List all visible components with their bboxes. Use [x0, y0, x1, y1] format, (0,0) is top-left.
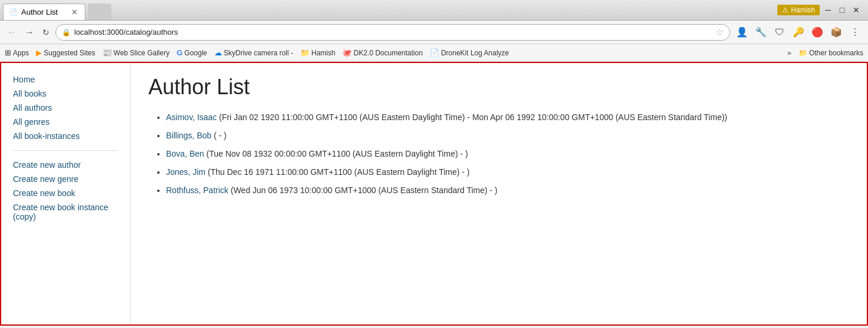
user-warning-icon: ⚠ [782, 6, 789, 14]
list-item: Bova, Ben (Tue Nov 08 1932 00:00:00 GMT+… [166, 148, 849, 160]
sidebar-item-all-book-instances[interactable]: All book-instances [1, 129, 130, 143]
extension-icon-2[interactable]: 🛡 [771, 24, 788, 41]
active-tab[interactable]: 📄 Author List ✕ [3, 4, 85, 20]
other-bookmarks-label: Other bookmarks [809, 49, 863, 57]
google-icon: G [177, 48, 183, 57]
address-bar-area: ← → ↻ 🔒 localhost:3000/catalog/authors ☆… [0, 21, 868, 44]
bookmarks-overflow-button[interactable]: » [787, 48, 791, 57]
user-name: Hamish [791, 6, 815, 14]
author-list: Asimov, Isaac (Fri Jan 02 1920 11:00:00 … [148, 111, 849, 197]
title-bar-controls: ⚠ Hamish ─ □ ✕ [777, 4, 862, 16]
toolbar-icons: 👤 🔧 🛡 🔑 🔴 📦 ⋮ [734, 24, 863, 41]
google-label: Google [184, 49, 207, 57]
back-button[interactable]: ← [5, 25, 19, 39]
author-dates-rothfuss: (Wed Jun 06 1973 10:00:00 GMT+1000 (AUS … [231, 185, 498, 195]
sidebar-create-book-instance[interactable]: Create new book instance (copy) [1, 200, 130, 224]
main-content: Author List Asimov, Isaac (Fri Jan 02 19… [131, 63, 867, 324]
suggested-label: Suggested Sites [44, 49, 95, 57]
list-item: Jones, Jim (Thu Dec 16 1971 11:00:00 GMT… [166, 166, 849, 178]
bookmark-suggested[interactable]: ▶ Suggested Sites [36, 48, 95, 57]
forward-button[interactable]: → [22, 25, 37, 39]
refresh-button[interactable]: ↻ [40, 28, 52, 37]
user-badge: ⚠ Hamish [777, 5, 820, 15]
maximize-button[interactable]: □ [836, 4, 848, 16]
sidebar-create-author[interactable]: Create new author [1, 158, 130, 172]
author-dates-bova: (Tue Nov 08 1932 00:00:00 GMT+1100 (AUS … [207, 149, 468, 158]
author-link-asimov[interactable]: Asimov, Isaac [166, 112, 217, 122]
skydrive-label: SkyDrive camera roll - [224, 49, 293, 57]
apps-label: Apps [13, 49, 29, 57]
profile-icon[interactable]: 👤 [734, 24, 750, 41]
bookmark-skydrive[interactable]: ☁ SkyDrive camera roll - [214, 48, 293, 57]
new-tab-placeholder[interactable] [88, 4, 111, 20]
author-link-billings[interactable]: Billings, Bob [166, 131, 211, 140]
hamish-label: Hamish [312, 49, 336, 57]
address-box[interactable]: 🔒 localhost:3000/catalog/authors ☆ [55, 24, 730, 41]
bookmark-star-icon[interactable]: ☆ [715, 26, 724, 38]
bookmark-apps[interactable]: ⊞ Apps [5, 48, 29, 57]
menu-button[interactable]: ⋮ [847, 24, 863, 41]
suggested-icon: ▶ [36, 48, 42, 57]
minimize-button[interactable]: ─ [822, 4, 834, 16]
bookmark-webslice[interactable]: 📰 Web Slice Gallery [102, 48, 170, 57]
extension-icon-1[interactable]: 🔧 [753, 24, 769, 41]
list-item: Asimov, Isaac (Fri Jan 02 1920 11:00:00 … [166, 111, 849, 124]
dk2-icon: 🐙 [342, 48, 352, 57]
dk2-label: DK2.0 Documentation [353, 49, 422, 57]
tab-close-button[interactable]: ✕ [70, 8, 79, 16]
sidebar-item-all-genres[interactable]: All genres [1, 115, 130, 129]
title-bar: 📄 Author List ✕ ⚠ Hamish ─ □ ✕ [0, 0, 868, 21]
sidebar-divider [13, 150, 118, 151]
close-button[interactable]: ✕ [850, 4, 862, 16]
skydrive-icon: ☁ [214, 48, 222, 57]
sidebar-item-all-authors[interactable]: All authors [1, 101, 130, 115]
list-item: Rothfuss, Patrick (Wed Jun 06 1973 10:00… [166, 184, 849, 197]
browser-content: Home All books All authors All genres Al… [0, 62, 868, 326]
sidebar-create-genre[interactable]: Create new genre [1, 172, 130, 186]
author-link-jones[interactable]: Jones, Jim [166, 167, 206, 177]
author-link-bova[interactable]: Bova, Ben [166, 149, 204, 158]
author-dates-asimov: (Fri Jan 02 1920 11:00:00 GMT+1100 (AUS … [219, 112, 727, 122]
list-item: Billings, Bob ( - ) [166, 130, 849, 142]
extension-icon-5[interactable]: 📦 [828, 24, 844, 41]
tab-icon: 📄 [9, 8, 18, 16]
other-bookmarks-icon: 📁 [799, 49, 807, 57]
sidebar-item-home[interactable]: Home [1, 72, 130, 87]
other-bookmarks[interactable]: 📁 Other bookmarks [799, 49, 863, 57]
dronekit-label: DroneKit Log Analyze [441, 49, 509, 57]
bookmarks-bar: ⊞ Apps ▶ Suggested Sites 📰 Web Slice Gal… [0, 44, 868, 62]
apps-icon: ⊞ [5, 48, 11, 57]
sidebar: Home All books All authors All genres Al… [1, 63, 131, 324]
extension-icon-4[interactable]: 🔴 [809, 24, 826, 41]
tab-label: Author List [21, 8, 58, 16]
lock-icon: 🔒 [62, 28, 71, 37]
sidebar-item-all-books[interactable]: All books [1, 87, 130, 101]
hamish-icon: 📁 [300, 48, 310, 57]
dronekit-icon: 📄 [430, 48, 439, 57]
url-text: localhost:3000/catalog/authors [74, 28, 712, 37]
page-title: Author List [148, 75, 849, 100]
bookmark-dronekit[interactable]: 📄 DroneKit Log Analyze [430, 48, 509, 57]
tab-area: 📄 Author List ✕ [3, 0, 777, 20]
author-link-rothfuss[interactable]: Rothfuss, Patrick [166, 185, 228, 195]
sidebar-create-book[interactable]: Create new book [1, 186, 130, 200]
author-dates-jones: (Thu Dec 16 1971 11:00:00 GMT+1100 (AUS … [208, 167, 470, 177]
webslice-icon: 📰 [102, 48, 112, 57]
extension-icon-3[interactable]: 🔑 [790, 24, 807, 41]
bookmark-dk2[interactable]: 🐙 DK2.0 Documentation [342, 48, 422, 57]
bookmark-google[interactable]: G Google [177, 48, 207, 57]
bookmark-hamish[interactable]: 📁 Hamish [300, 48, 336, 57]
webslice-label: Web Slice Gallery [114, 49, 170, 57]
author-dates-billings: ( - ) [214, 131, 227, 140]
